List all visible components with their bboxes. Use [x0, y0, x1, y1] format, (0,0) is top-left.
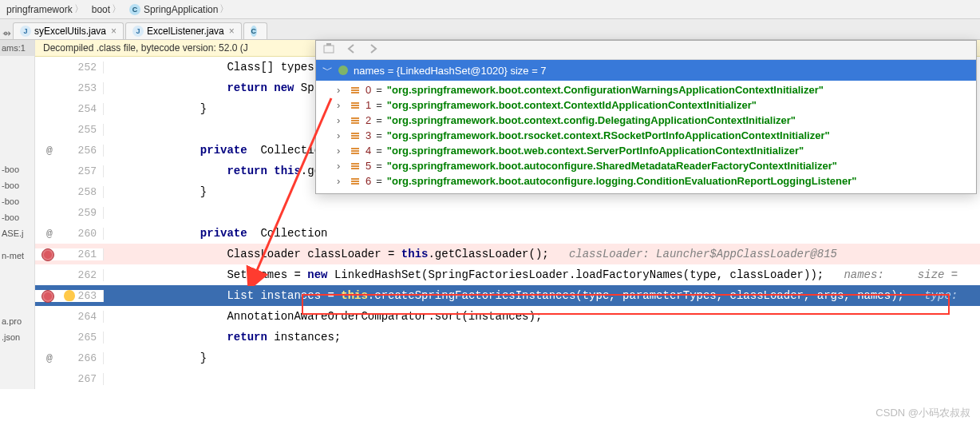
project-item[interactable]: ams:1 [0, 40, 34, 56]
project-item[interactable]: a.pro [0, 313, 34, 329]
debug-value-popup: ﹀ names = {LinkedHashSet@1020} size = 7 … [315, 40, 977, 194]
debug-array-entry[interactable]: ›4 = "org.springframework.boot.web.conte… [316, 143, 976, 158]
variable-icon [338, 65, 349, 76]
gutter[interactable]: 261 [35, 248, 104, 260]
override-marker-icon: @ [46, 352, 53, 364]
code-text: Set names = new LinkedHashSet(SpringFact… [104, 268, 980, 281]
gutter[interactable]: 252 [35, 62, 104, 73]
gutter[interactable]: 257 [35, 165, 104, 177]
project-item[interactable]: ASE.j [0, 225, 34, 241]
chevron-right-icon: › [337, 160, 345, 172]
code-text: } [104, 352, 980, 364]
breakpoint-icon[interactable] [41, 290, 54, 303]
editor-tabs: ⇴ J syExcelUtils.java × J ExcelListener.… [0, 19, 980, 40]
element-icon [350, 115, 361, 126]
project-item[interactable]: .json [0, 329, 34, 345]
java-file-icon: J [20, 26, 31, 37]
debug-array-entry[interactable]: ›0 = "org.springframework.boot.context.C… [316, 82, 976, 97]
gutter[interactable]: 264 [35, 311, 104, 323]
svg-rect-6 [351, 102, 359, 104]
code-line[interactable]: 264 AnnotationAwareOrderComparator.sort(… [35, 306, 980, 327]
chevron-right-icon: › [337, 145, 345, 157]
gutter[interactable]: 254 [35, 103, 104, 115]
close-icon[interactable]: × [229, 26, 235, 37]
code-text: private Collection [104, 227, 980, 240]
svg-rect-7 [351, 105, 359, 106]
chevron-right-icon: › [337, 129, 345, 141]
code-text: AnnotationAwareOrderComparator.sort(inst… [104, 310, 980, 323]
svg-rect-15 [351, 148, 359, 149]
project-item[interactable]: -boo [0, 193, 34, 209]
svg-rect-10 [351, 120, 359, 121]
debug-array-entry[interactable]: ›6 = "org.springframework.boot.autoconfi… [316, 173, 976, 189]
breakpoint-icon[interactable] [41, 248, 54, 261]
gutter[interactable]: 256@ [35, 145, 104, 157]
popup-toolbar [316, 41, 976, 60]
code-line[interactable]: 261 ClassLoader classLoader = this.getCl… [35, 244, 980, 264]
breadcrumb-item[interactable]: boot〉 [89, 2, 126, 16]
gutter[interactable]: 266@ [35, 352, 104, 364]
project-item[interactable]: -boo [0, 209, 34, 225]
gutter[interactable]: 262 [35, 269, 104, 281]
svg-rect-11 [351, 122, 359, 124]
code-text: return instances; [104, 331, 980, 344]
svg-rect-8 [351, 107, 359, 109]
class-icon: C [251, 26, 257, 37]
gutter[interactable]: 258 [35, 186, 104, 198]
project-item[interactable]: -boo [0, 177, 34, 193]
code-line[interactable]: 263 List instances = this.createSpringFa… [35, 285, 980, 306]
element-icon [350, 145, 361, 157]
project-item[interactable]: -boo [0, 161, 34, 177]
gutter[interactable]: 265 [35, 332, 104, 344]
tab-easyexcelutils[interactable]: J syExcelUtils.java × [13, 22, 124, 39]
debug-array-entry[interactable]: ›2 = "org.springframework.boot.context.c… [316, 113, 976, 128]
debug-array-entry[interactable]: ›1 = "org.springframework.boot.context.C… [316, 97, 976, 113]
svg-point-2 [338, 66, 348, 75]
intention-bulb-icon[interactable] [64, 290, 75, 301]
code-line[interactable]: 259 [35, 202, 980, 223]
svg-rect-14 [351, 137, 359, 139]
project-item[interactable]: n-met [0, 248, 34, 264]
popup-header[interactable]: ﹀ names = {LinkedHashSet@1020} size = 7 [316, 60, 976, 81]
element-icon [350, 85, 361, 96]
tab-excellistener[interactable]: J ExcelListener.java × [125, 22, 242, 39]
java-file-icon: J [132, 26, 144, 37]
svg-rect-19 [351, 165, 359, 167]
breadcrumb-item[interactable]: C SpringApplication〉 [126, 2, 234, 16]
gutter[interactable]: 267 [35, 373, 104, 385]
back-icon[interactable] [345, 42, 358, 58]
gutter[interactable]: 263 [35, 290, 104, 302]
gutter[interactable]: 255 [35, 124, 104, 136]
tab-label: syExcelUtils.java [34, 26, 106, 37]
new-watch-icon[interactable] [322, 42, 335, 58]
project-gutter: ams:1 -boo -boo -boo -boo ASE.j n-met a.… [0, 40, 35, 389]
class-icon: C [129, 4, 140, 15]
svg-rect-21 [351, 178, 359, 180]
debug-array-entry[interactable]: ›5 = "org.springframework.boot.autoconfi… [316, 158, 976, 173]
svg-rect-17 [351, 153, 359, 154]
close-icon[interactable]: × [111, 26, 117, 37]
svg-rect-1 [326, 43, 331, 46]
forward-icon[interactable] [367, 42, 380, 58]
chevron-down-icon: ﹀ [322, 63, 333, 77]
code-line[interactable]: 266@ } [35, 348, 980, 368]
debug-array-entry[interactable]: ›3 = "org.springframework.boot.rsocket.c… [316, 128, 976, 143]
gutter[interactable]: 260@ [35, 228, 104, 240]
code-line[interactable]: 260@ private Collection [35, 223, 980, 244]
tab-class-hidden[interactable]: C [243, 22, 267, 39]
gutter[interactable]: 259 [35, 207, 104, 219]
chevron-right-icon: › [337, 99, 345, 111]
project-item[interactable] [0, 241, 34, 248]
code-line[interactable]: 262 Set names = new LinkedHashSet(Spring… [35, 264, 980, 285]
tab-label: ExcelListener.java [147, 26, 224, 37]
element-icon [350, 161, 361, 172]
chevron-right-icon: › [337, 114, 345, 126]
breadcrumb-item[interactable]: pringframework〉 [3, 2, 89, 16]
element-icon [350, 130, 361, 141]
code-line[interactable]: 267 [35, 368, 980, 389]
breadcrumb: pringframework〉 boot〉 C SpringApplicatio… [0, 0, 980, 19]
gutter[interactable]: 253 [35, 82, 104, 94]
tab-overflow-handle[interactable]: ⇴ [0, 27, 13, 39]
element-icon [350, 176, 361, 187]
code-line[interactable]: 265 return instances; [35, 327, 980, 348]
